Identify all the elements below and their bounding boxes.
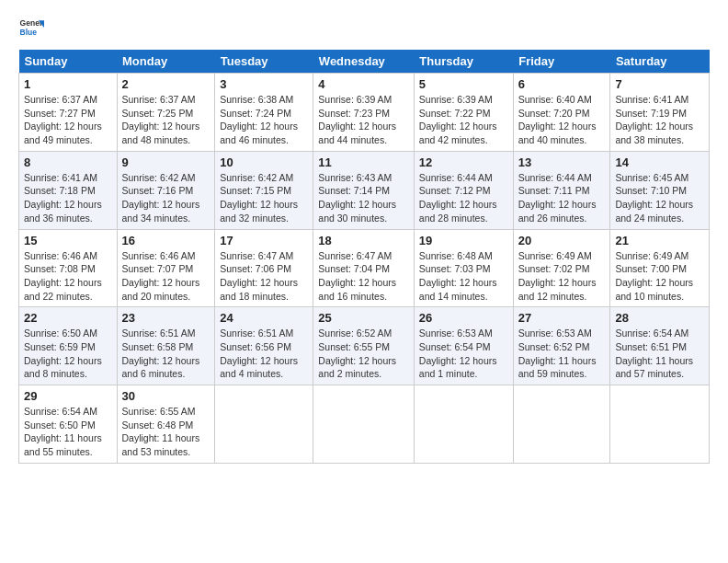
day-number: 3 (220, 77, 308, 91)
header-cell-wednesday: Wednesday (313, 50, 415, 74)
day-info: Sunrise: 6:53 AMSunset: 6:52 PMDaylight:… (518, 327, 606, 381)
day-cell-22: 22Sunrise: 6:50 AMSunset: 6:59 PMDayligh… (19, 307, 118, 385)
header-row: SundayMondayTuesdayWednesdayThursdayFrid… (19, 50, 710, 74)
day-info: Sunrise: 6:52 AMSunset: 6:55 PMDaylight:… (318, 327, 409, 381)
day-info: Sunrise: 6:54 AMSunset: 6:50 PMDaylight:… (24, 405, 112, 459)
week-row-1: 1Sunrise: 6:37 AMSunset: 7:27 PMDaylight… (19, 74, 710, 152)
day-cell-23: 23Sunrise: 6:51 AMSunset: 6:58 PMDayligh… (117, 307, 215, 385)
day-cell-30: 30Sunrise: 6:55 AMSunset: 6:48 PMDayligh… (117, 385, 215, 464)
header-cell-thursday: Thursday (414, 50, 513, 74)
day-number: 20 (518, 234, 606, 247)
day-number: 2 (122, 77, 210, 91)
day-cell-7: 7Sunrise: 6:41 AMSunset: 7:19 PMDaylight… (610, 74, 710, 152)
day-number: 12 (419, 155, 508, 169)
day-cell-27: 27Sunrise: 6:53 AMSunset: 6:52 PMDayligh… (513, 307, 610, 385)
day-number: 15 (24, 234, 112, 247)
day-number: 30 (122, 389, 210, 403)
day-cell-17: 17Sunrise: 6:47 AMSunset: 7:06 PMDayligh… (215, 229, 313, 307)
day-number: 7 (615, 77, 704, 91)
calendar-table: SundayMondayTuesdayWednesdayThursdayFrid… (18, 50, 710, 464)
day-info: Sunrise: 6:37 AMSunset: 7:25 PMDaylight:… (122, 93, 210, 147)
day-number: 6 (518, 77, 606, 91)
day-cell-29: 29Sunrise: 6:54 AMSunset: 6:50 PMDayligh… (19, 385, 118, 464)
day-info: Sunrise: 6:41 AMSunset: 7:18 PMDaylight:… (24, 171, 112, 225)
day-number: 24 (220, 311, 308, 325)
day-cell-5: 5Sunrise: 6:39 AMSunset: 7:22 PMDaylight… (414, 74, 513, 152)
day-cell-9: 9Sunrise: 6:42 AMSunset: 7:16 PMDaylight… (117, 151, 215, 229)
day-info: Sunrise: 6:49 AMSunset: 7:02 PMDaylight:… (518, 249, 606, 304)
day-number: 9 (122, 155, 210, 169)
day-number: 16 (122, 234, 210, 247)
header-cell-friday: Friday (513, 50, 610, 74)
day-info: Sunrise: 6:49 AMSunset: 7:00 PMDaylight:… (615, 249, 704, 304)
day-number: 19 (419, 234, 508, 247)
day-number: 14 (615, 155, 704, 169)
day-info: Sunrise: 6:48 AMSunset: 7:03 PMDaylight:… (419, 249, 508, 304)
day-info: Sunrise: 6:42 AMSunset: 7:15 PMDaylight:… (220, 171, 308, 225)
day-info: Sunrise: 6:53 AMSunset: 6:54 PMDaylight:… (419, 327, 508, 381)
day-cell-14: 14Sunrise: 6:45 AMSunset: 7:10 PMDayligh… (610, 151, 710, 229)
day-info: Sunrise: 6:44 AMSunset: 7:12 PMDaylight:… (419, 171, 508, 225)
day-cell-11: 11Sunrise: 6:43 AMSunset: 7:14 PMDayligh… (313, 151, 415, 229)
svg-text:General: General (20, 18, 44, 28)
week-row-4: 22Sunrise: 6:50 AMSunset: 6:59 PMDayligh… (19, 307, 710, 385)
logo: General Blue (18, 15, 44, 40)
day-number: 10 (220, 155, 308, 169)
day-info: Sunrise: 6:47 AMSunset: 7:04 PMDaylight:… (318, 249, 409, 304)
day-number: 18 (318, 234, 409, 247)
day-info: Sunrise: 6:44 AMSunset: 7:11 PMDaylight:… (518, 171, 606, 225)
day-cell-12: 12Sunrise: 6:44 AMSunset: 7:12 PMDayligh… (414, 151, 513, 229)
day-number: 5 (419, 77, 508, 91)
day-info: Sunrise: 6:51 AMSunset: 6:58 PMDaylight:… (122, 327, 210, 381)
day-number: 13 (518, 155, 606, 169)
header-cell-monday: Monday (117, 50, 215, 74)
day-number: 1 (24, 77, 112, 91)
day-cell-18: 18Sunrise: 6:47 AMSunset: 7:04 PMDayligh… (313, 229, 415, 307)
day-info: Sunrise: 6:46 AMSunset: 7:07 PMDaylight:… (122, 249, 210, 304)
day-cell-24: 24Sunrise: 6:51 AMSunset: 6:56 PMDayligh… (215, 307, 313, 385)
week-row-3: 15Sunrise: 6:46 AMSunset: 7:08 PMDayligh… (19, 229, 710, 307)
empty-cell (414, 385, 513, 464)
header-cell-tuesday: Tuesday (215, 50, 313, 74)
day-number: 17 (220, 234, 308, 247)
day-cell-16: 16Sunrise: 6:46 AMSunset: 7:07 PMDayligh… (117, 229, 215, 307)
header-cell-sunday: Sunday (19, 50, 118, 74)
day-number: 11 (318, 155, 409, 169)
day-cell-19: 19Sunrise: 6:48 AMSunset: 7:03 PMDayligh… (414, 229, 513, 307)
day-cell-2: 2Sunrise: 6:37 AMSunset: 7:25 PMDaylight… (117, 74, 215, 152)
empty-cell (215, 385, 313, 464)
day-number: 22 (24, 311, 112, 325)
day-cell-13: 13Sunrise: 6:44 AMSunset: 7:11 PMDayligh… (513, 151, 610, 229)
empty-cell (513, 385, 610, 464)
day-number: 23 (122, 311, 210, 325)
day-number: 26 (419, 311, 508, 325)
day-info: Sunrise: 6:41 AMSunset: 7:19 PMDaylight:… (615, 93, 704, 147)
day-number: 8 (24, 155, 112, 169)
day-info: Sunrise: 6:40 AMSunset: 7:20 PMDaylight:… (518, 93, 606, 147)
day-cell-15: 15Sunrise: 6:46 AMSunset: 7:08 PMDayligh… (19, 229, 118, 307)
day-cell-28: 28Sunrise: 6:54 AMSunset: 6:51 PMDayligh… (610, 307, 710, 385)
day-info: Sunrise: 6:45 AMSunset: 7:10 PMDaylight:… (615, 171, 704, 225)
week-row-2: 8Sunrise: 6:41 AMSunset: 7:18 PMDaylight… (19, 151, 710, 229)
day-number: 25 (318, 311, 409, 325)
day-info: Sunrise: 6:55 AMSunset: 6:48 PMDaylight:… (122, 405, 210, 459)
day-info: Sunrise: 6:51 AMSunset: 6:56 PMDaylight:… (220, 327, 308, 381)
day-info: Sunrise: 6:39 AMSunset: 7:22 PMDaylight:… (419, 93, 508, 147)
day-cell-1: 1Sunrise: 6:37 AMSunset: 7:27 PMDaylight… (19, 74, 118, 152)
day-info: Sunrise: 6:42 AMSunset: 7:16 PMDaylight:… (122, 171, 210, 225)
day-number: 21 (615, 234, 704, 247)
header-cell-saturday: Saturday (610, 50, 710, 74)
week-row-5: 29Sunrise: 6:54 AMSunset: 6:50 PMDayligh… (19, 385, 710, 464)
day-cell-20: 20Sunrise: 6:49 AMSunset: 7:02 PMDayligh… (513, 229, 610, 307)
day-cell-4: 4Sunrise: 6:39 AMSunset: 7:23 PMDaylight… (313, 74, 415, 152)
page: General Blue SundayMondayTuesdayWednesda… (0, 0, 728, 563)
day-number: 27 (518, 311, 606, 325)
day-cell-10: 10Sunrise: 6:42 AMSunset: 7:15 PMDayligh… (215, 151, 313, 229)
day-info: Sunrise: 6:37 AMSunset: 7:27 PMDaylight:… (24, 93, 112, 147)
day-info: Sunrise: 6:38 AMSunset: 7:24 PMDaylight:… (220, 93, 308, 147)
day-info: Sunrise: 6:46 AMSunset: 7:08 PMDaylight:… (24, 249, 112, 304)
day-cell-3: 3Sunrise: 6:38 AMSunset: 7:24 PMDaylight… (215, 74, 313, 152)
empty-cell (313, 385, 415, 464)
day-number: 4 (318, 77, 409, 91)
day-info: Sunrise: 6:54 AMSunset: 6:51 PMDaylight:… (615, 327, 704, 381)
